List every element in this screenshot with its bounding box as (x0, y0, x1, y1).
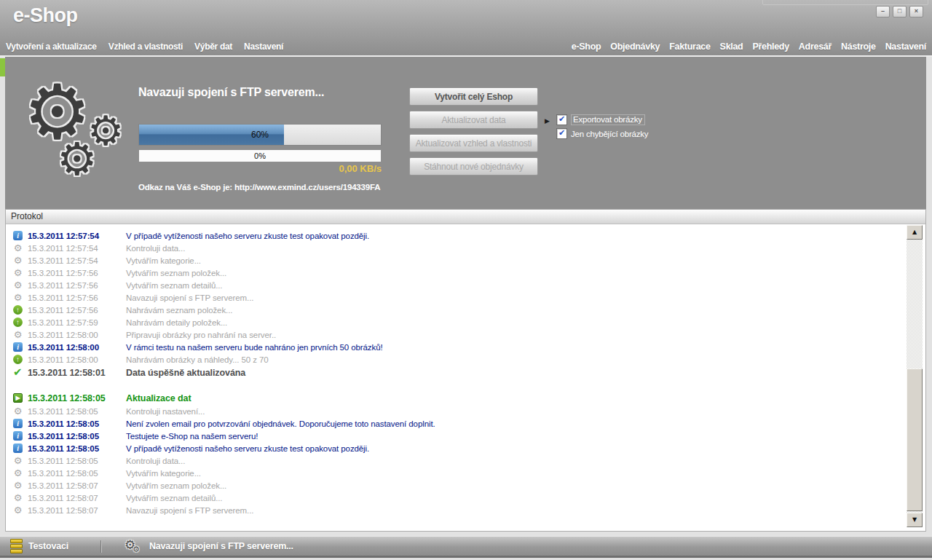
close-button[interactable]: × (909, 6, 923, 17)
app-title: e-Shop (13, 4, 78, 27)
log-message: Navazuji spojení s FTP serverem... (126, 293, 253, 302)
log-timestamp: 15.3.2011 12:58:07 (28, 481, 120, 490)
menu-item-adres[interactable]: Adresář (799, 42, 832, 52)
progress-secondary-label: 0% (139, 151, 381, 160)
log-entry: ⚙15.3.2011 12:57:56Vytvářím seznam detai… (6, 279, 902, 291)
menu-item-vzhled-a-vlastnosti[interactable]: Vzhled a vlastnosti (108, 42, 183, 52)
log-entry: i15.3.2011 12:58:05Není zvolen email pro… (6, 417, 902, 430)
shop-link-line: Odkaz na Váš e-Shop je: http://www.exmin… (138, 183, 380, 192)
log-timestamp: 15.3.2011 12:58:05 (28, 393, 120, 403)
log-timestamp: 15.3.2011 12:58:05 (28, 432, 120, 441)
scrollbar-thumb[interactable] (907, 368, 923, 511)
checkbox-label: Exportovat obrázky (571, 114, 645, 125)
scroll-down-icon[interactable]: ▼ (907, 513, 923, 527)
check-icon: ✔ (13, 368, 23, 377)
checkbox-exportovat-obr-zky[interactable]: ✔ (556, 114, 567, 125)
menu-right: e-ShopObjednávkyFakturaceSkladPřehledyAd… (572, 42, 926, 52)
log-timestamp: 15.3.2011 12:57:54 (28, 256, 120, 265)
minimize-button[interactable]: – (876, 6, 890, 17)
submenu-arrow-icon: ▶ (545, 117, 550, 125)
menu-item-n-stroje[interactable]: Nástroje (841, 42, 876, 52)
log-message: Nahrávám obrázky a náhledy... 50 z 70 (126, 355, 269, 364)
gear-icon: ⚙ (13, 243, 23, 253)
menu-item-fakturace[interactable]: Fakturace (669, 42, 710, 52)
info-icon: i (13, 342, 23, 352)
menu-left: Vytvoření a aktualizaceVzhled a vlastnos… (6, 42, 283, 52)
gear-icon: ⚙ (13, 456, 23, 465)
progress-bar-secondary: 0% (138, 149, 382, 162)
log-message: V případě vytíženosti našeho serveru zku… (126, 444, 369, 453)
play-icon: ▶ (13, 393, 23, 403)
info-icon: i (13, 419, 23, 428)
transfer-speed: 0,00 KB/s (138, 163, 382, 174)
menu-item-objedn-vky[interactable]: Objednávky (610, 42, 660, 52)
info-icon: i (13, 443, 23, 453)
maximize-button[interactable]: □ (893, 6, 907, 17)
log-message: Není zvolen email pro potvrzování objedn… (126, 419, 435, 428)
log-message: Kontroluji data... (126, 244, 185, 253)
checkbox-label: Jen chybějící obrázky (571, 130, 648, 138)
log-timestamp: 15.3.2011 12:58:00 (28, 331, 120, 339)
gear-icon: ⚙ (13, 268, 23, 277)
window-controls: –□× (876, 6, 923, 17)
checkbox-jen-chyb-j-c-obr-zky[interactable]: ✔ (556, 128, 567, 139)
log-message: Aktualizace dat (126, 393, 191, 403)
menu-item-nastaven[interactable]: Nastavení (885, 42, 926, 52)
statusbar-status-text: Navazuji spojení s FTP serverem... (149, 541, 293, 551)
eshop-window: e-Shop –□× Vytvoření a aktualizaceVzhled… (0, 0, 932, 560)
log-timestamp: 15.3.2011 12:57:54 (28, 244, 120, 253)
header-edge-highlight (762, 0, 928, 5)
log-message: Kontroluji nastavení... (126, 407, 205, 416)
gear-icon: ⚙ (13, 468, 23, 478)
button-vytvo-it-cel-eshop[interactable]: Vytvořit celý Eshop (409, 87, 538, 106)
log-entry: i15.3.2011 12:58:05V případě vytíženosti… (6, 442, 902, 454)
log-message: Vytvářím seznam detailů... (126, 494, 222, 502)
log-timestamp: 15.3.2011 12:58:00 (28, 355, 120, 364)
progress-primary-label: 60% (139, 130, 381, 140)
log-message: Vytvářím seznam položek... (126, 481, 226, 490)
button-st-hnout-nov-objedn-vky[interactable]: Stáhnout nové objednávky (409, 157, 538, 176)
log-entry: ⚙15.3.2011 12:58:07Navazuji spojení s FT… (6, 504, 902, 516)
log-entry: i15.3.2011 12:58:00V rámci testu na naše… (6, 341, 902, 353)
status-bar: Testovaci ⚙ ⚙ Navazuji spojení s FTP ser… (0, 536, 932, 556)
scrollbar[interactable]: ▲ ▼ (907, 225, 923, 527)
log-message: Navazuji spojení s FTP serverem... (126, 506, 253, 515)
bottom-edge (0, 556, 932, 558)
log-timestamp: 15.3.2011 12:57:59 (28, 318, 120, 327)
gear-icon: ⚙ (133, 545, 140, 553)
statusbar-gears-icon: ⚙ ⚙ (125, 538, 143, 554)
gear-icon: ⚙ (13, 406, 23, 416)
scroll-up-icon[interactable]: ▲ (907, 225, 923, 240)
button-aktualizovat-vzhled-a-vlastnosti[interactable]: Aktualizovat vzhled a vlastnosti (409, 134, 538, 152)
log-message: Nahrávám detaily položek... (126, 318, 227, 327)
statusbar-divider (100, 540, 101, 553)
log-entry: ⚙15.3.2011 12:57:54Kontroluji data... (6, 242, 902, 254)
log-timestamp: 15.3.2011 12:58:05 (28, 457, 120, 465)
log-entry: ↑15.3.2011 12:58:00Nahrávám obrázky a ná… (6, 353, 902, 366)
log-timestamp: 15.3.2011 12:57:54 (28, 232, 120, 240)
log-timestamp: 15.3.2011 12:58:00 (28, 343, 120, 352)
main-panel: ⚙ ⚙ ⚙ Navazuji spojení s FTP serverem...… (5, 57, 926, 209)
menu-item-v-b-r-dat[interactable]: Výběr dat (194, 42, 232, 52)
menu-item-vytvo-en-a-aktualizace[interactable]: Vytvoření a aktualizace (6, 42, 97, 52)
log-message: Připravuji obrázky pro nahrání na server… (126, 331, 276, 339)
log-entry: ↑15.3.2011 12:57:56Nahrávám seznam polož… (6, 304, 902, 316)
protocol-panel: Protokol i15.3.2011 12:57:54V případě vy… (5, 209, 926, 532)
log-entry: ✔15.3.2011 12:58:01Data úspěšně aktualiz… (6, 366, 902, 379)
log-message: Vytvářím seznam položek... (126, 269, 226, 277)
button-aktualizovat-data[interactable]: Aktualizovat data (409, 111, 538, 129)
accent-strip (0, 58, 5, 76)
menu-item-sklad[interactable]: Sklad (720, 42, 743, 52)
log-entry: i15.3.2011 12:58:05Testujete e-Shop na n… (6, 430, 902, 442)
profile-stack-icon (10, 539, 23, 554)
log-timestamp: 15.3.2011 12:58:05 (28, 469, 120, 478)
menu-item-p-ehledy[interactable]: Přehledy (752, 42, 789, 52)
log-message: Data úspěšně aktualizována (126, 368, 245, 378)
info-icon: i (13, 431, 23, 441)
log-message: Vytvářím seznam detailů... (126, 281, 222, 290)
menu-item-nastaven[interactable]: Nastavení (244, 42, 283, 52)
menu-item-e-shop[interactable]: e-Shop (572, 42, 601, 52)
log-timestamp: 15.3.2011 12:57:56 (28, 281, 120, 290)
log-entry: ▶15.3.2011 12:58:05Aktualizace dat (6, 391, 902, 405)
log-timestamp: 15.3.2011 12:58:05 (28, 407, 120, 416)
